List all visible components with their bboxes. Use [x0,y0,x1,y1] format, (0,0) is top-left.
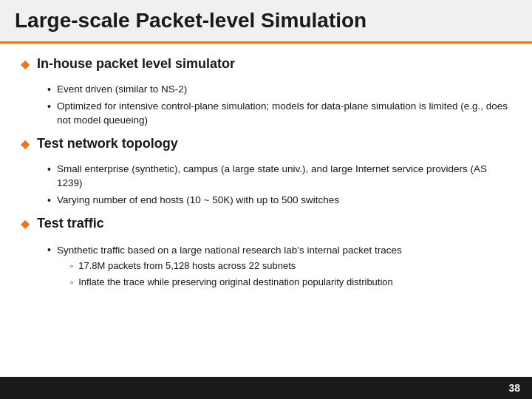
section-test-traffic: ◆ Test traffic • Synthetic traffic based… [21,215,511,291]
sub-bullet-2-1: • Small enterprise (synthetic), campus (… [47,163,511,191]
slide-footer: 38 [0,377,532,399]
sub-bullets-2: • Small enterprise (synthetic), campus (… [47,163,511,208]
slide: Large-scale Packet-level Simulation ◆ In… [0,0,532,399]
diamond-icon-2: ◆ [21,137,30,151]
section-in-house: ◆ In-house packet level simulator • Even… [21,55,511,128]
sub-bullets-1: • Event driven (similar to NS-2) • Optim… [47,83,511,128]
section-test-network: ◆ Test network topology • Small enterpri… [21,135,511,208]
sub-bullet-text-1-2: Optimized for intensive control-plane si… [57,100,511,128]
sub-bullet-1-1: • Event driven (similar to NS-2) [47,83,511,97]
sub-bullet-text-2-2: Varying number of end hosts (10 ~ 50K) w… [57,194,339,208]
sub-dot-2-2: • [47,194,51,206]
main-bullet-text-2: Test network topology [37,135,178,152]
sub-bullet-text-1-1: Event driven (similar to NS-2) [57,83,187,97]
sub-sub-icon-1: ▫ [70,261,73,271]
sub-bullets-3: • Synthetic traffic based on a large nat… [47,243,511,291]
sub-bullet-1-2: • Optimized for intensive control-plane … [47,100,511,128]
sub-sub-text-3-1-2: Inflate the trace while preserving origi… [78,276,393,289]
sub-dot-1-1: • [47,83,51,95]
main-bullet-1: ◆ In-house packet level simulator [21,55,511,72]
sub-dot-2-1: • [47,163,51,175]
sub-sub-icon-2: ▫ [70,277,73,287]
sub-sub-text-3-1-1: 17.8M packets from 5,128 hosts across 22… [78,259,296,273]
sub-sub-bullets-3-1: ▫ 17.8M packets from 5,128 hosts across … [70,259,402,288]
sub-bullet-3-1: • Synthetic traffic based on a large nat… [47,243,511,291]
diamond-icon-3: ◆ [21,216,30,231]
sub-sub-bullet-3-1-2: ▫ Inflate the trace while preserving ori… [70,276,402,289]
sub-dot-1-2: • [47,100,51,112]
main-bullet-3: ◆ Test traffic [21,215,511,232]
sub-dot-3-1: • [47,244,51,256]
slide-content: ◆ In-house packet level simulator • Even… [0,44,532,377]
sub-bullet-text-2-1: Small enterprise (synthetic), campus (a … [57,163,511,191]
page-number: 38 [508,382,520,394]
sub-bullet-text-3-1: Synthetic traffic based on a large natio… [57,245,402,256]
main-bullet-text-3: Test traffic [37,215,104,232]
diamond-icon-1: ◆ [21,57,30,71]
main-bullet-2: ◆ Test network topology [21,135,511,152]
slide-header: Large-scale Packet-level Simulation [0,0,532,44]
slide-title: Large-scale Packet-level Simulation [15,9,517,33]
sub-sub-bullet-3-1-1: ▫ 17.8M packets from 5,128 hosts across … [70,259,402,273]
sub-bullet-2-2: • Varying number of end hosts (10 ~ 50K)… [47,194,511,208]
main-bullet-text-1: In-house packet level simulator [37,55,235,72]
